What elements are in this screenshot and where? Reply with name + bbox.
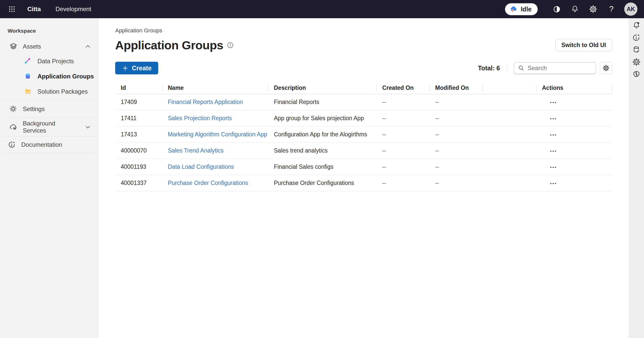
cell-created-on: -- (377, 180, 430, 186)
info-sparkle-icon (8, 141, 16, 149)
sidebar-item-assets[interactable]: Assets (0, 39, 99, 54)
application-groups-icon (24, 72, 32, 80)
cloud-services-icon (9, 123, 17, 131)
app-group-link[interactable]: Marketing Algorithm Configuration App (168, 131, 267, 138)
app-group-link[interactable]: Data Load Configurations (168, 163, 234, 170)
avatar[interactable]: AK (624, 3, 637, 16)
search-input[interactable] (528, 65, 606, 72)
theme-toggle-icon[interactable] (550, 2, 564, 16)
folder-icon (24, 88, 32, 96)
create-button[interactable]: Create (115, 62, 158, 74)
notifications-bell-icon[interactable] (568, 2, 582, 16)
column-header-name[interactable]: Name (162, 82, 268, 94)
search-box (514, 62, 596, 74)
sidebar: Workspace Assets (0, 18, 99, 338)
brain-icon[interactable] (631, 68, 642, 80)
info-icon[interactable] (227, 42, 234, 49)
sidebar-item-background-services[interactable]: Background Services (0, 119, 99, 135)
cell-description: Financial Reports (268, 99, 377, 105)
status-label: Idle (521, 6, 532, 13)
layers-icon (9, 43, 17, 51)
column-header-created-on[interactable]: Created On (377, 82, 430, 94)
row-actions-button[interactable] (547, 180, 559, 187)
column-header-id[interactable]: Id (115, 82, 162, 94)
cell-actions (536, 98, 612, 106)
cell-description: App group for Sales projection App (268, 115, 377, 122)
sidebar-item-label: Settings (23, 105, 45, 113)
table-header: Id Name Description Created On Modified … (115, 82, 612, 94)
help-icon[interactable]: ? (605, 2, 618, 16)
table-row: 40001337Purchase Order ConfigurationsPur… (115, 175, 612, 191)
table-settings-gear-icon[interactable] (600, 62, 612, 74)
row-actions-button[interactable] (547, 132, 559, 138)
cell-modified-on: -- (430, 147, 482, 154)
cell-modified-on: -- (430, 115, 482, 122)
cell-name: Marketing Algorithm Configuration App (162, 131, 268, 138)
cell-id: 17411 (115, 115, 162, 122)
app-launcher-icon[interactable] (7, 4, 17, 14)
divider (3, 100, 96, 101)
column-header-modified-on[interactable]: Modified On (430, 82, 482, 94)
app-group-link[interactable]: Financial Reports Application (168, 99, 243, 105)
cell-created-on: -- (377, 131, 430, 138)
sidebar-item-data-projects[interactable]: Data Projects (0, 54, 99, 69)
divider (3, 136, 96, 136)
cell-modified-on: -- (430, 131, 482, 138)
sidebar-item-application-groups[interactable]: Application Groups (0, 69, 99, 84)
settings-gear-icon[interactable] (586, 2, 600, 16)
cell-description: Sales trend analytics (268, 147, 377, 154)
topbar-actions: Idle ? AK (505, 2, 637, 16)
cell-id: 17413 (115, 131, 162, 138)
row-actions-button[interactable] (547, 148, 559, 154)
sidebar-item-label: Documentation (21, 141, 62, 148)
cell-actions (536, 131, 612, 138)
data-projects-icon (24, 57, 32, 65)
sidebar-item-documentation[interactable]: Documentation (0, 138, 99, 152)
environment-name[interactable]: Development (55, 6, 91, 13)
status-badge[interactable]: Idle (505, 3, 538, 15)
page-title: Application Groups (115, 38, 223, 52)
column-header-description[interactable]: Description (268, 82, 377, 94)
app-group-link[interactable]: Sales Trend Analytics (168, 147, 224, 154)
cell-description: Financial Sales configs (268, 163, 377, 170)
column-header-actions: Actions (536, 82, 612, 94)
cell-modified-on: -- (430, 163, 482, 170)
row-actions-button[interactable] (547, 99, 559, 106)
info-sparkle-icon[interactable] (631, 32, 642, 44)
cell-name: Financial Reports Application (162, 99, 268, 105)
total-count: Total: 6 (478, 65, 500, 72)
chevron-up-icon (85, 43, 91, 50)
row-actions-button[interactable] (547, 164, 559, 171)
notifications-bell-dot-icon[interactable] (631, 20, 642, 31)
sidebar-item-label: Background Services (23, 120, 79, 134)
sidebar-heading: Workspace (0, 18, 99, 36)
settings-gear-icon[interactable] (631, 56, 642, 68)
table-row: 17409Financial Reports ApplicationFinanc… (115, 94, 612, 110)
table-row: 40001193Data Load ConfigurationsFinancia… (115, 159, 612, 175)
cell-actions (536, 147, 612, 154)
divider (507, 64, 507, 72)
cell-description: Purchase Order Configurations (268, 180, 377, 186)
cell-name: Purchase Order Configurations (162, 180, 268, 186)
sidebar-item-label: Data Projects (37, 58, 74, 65)
cell-modified-on: -- (430, 180, 482, 186)
sidebar-item-settings[interactable]: Settings (0, 102, 99, 116)
app-name[interactable]: Citta (27, 6, 41, 13)
search-icon (518, 65, 525, 71)
row-actions-button[interactable] (547, 116, 559, 122)
table-body: 17409Financial Reports ApplicationFinanc… (115, 94, 612, 191)
topbar: Citta Development Idle (0, 0, 644, 18)
table-row: 40000070Sales Trend AnalyticsSales trend… (115, 143, 612, 159)
cell-id: 17409 (115, 99, 162, 105)
cell-id: 40001337 (115, 180, 162, 186)
cell-actions (536, 163, 612, 171)
cell-id: 40001193 (115, 163, 162, 170)
database-plug-icon[interactable] (631, 44, 642, 56)
app-group-link[interactable]: Purchase Order Configurations (168, 180, 248, 186)
settings-gear-icon (9, 105, 17, 113)
app-group-link[interactable]: Sales Projection Reports (168, 115, 232, 121)
cell-created-on: -- (377, 163, 430, 170)
sidebar-item-solution-packages[interactable]: Solution Packages (0, 84, 99, 99)
switch-to-old-ui-button[interactable]: Switch to Old UI (555, 39, 612, 51)
breadcrumb[interactable]: Application Groups (115, 27, 162, 34)
